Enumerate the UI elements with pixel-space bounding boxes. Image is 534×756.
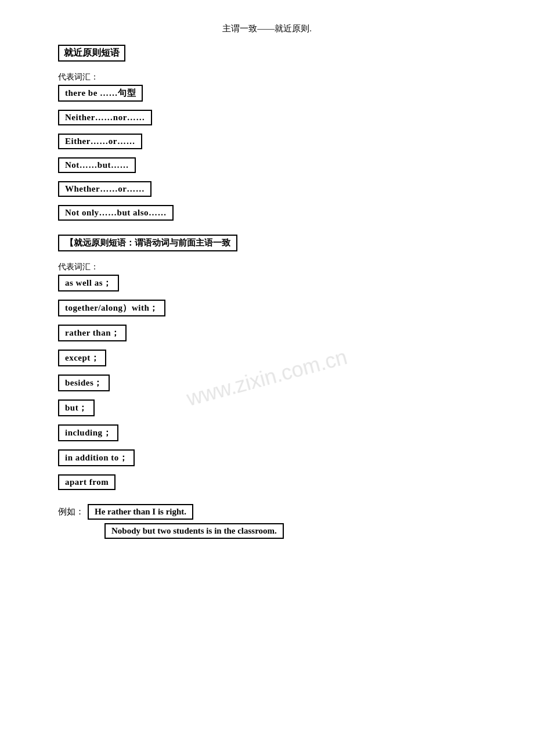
term-besides: besides； — [58, 375, 110, 391]
term-except: except； — [58, 350, 106, 366]
example-line-2: Nobody but two students is in the classr… — [58, 523, 476, 539]
example-line-1: 例如： He rather than I is right. — [58, 504, 476, 520]
example-label: 例如： — [58, 506, 84, 517]
term-rather-than: rather than； — [58, 325, 127, 341]
example-sentence-2: Nobody but two students is in the classr… — [104, 523, 284, 539]
section1-sublabel: 代表词汇： — [58, 72, 476, 82]
page-title: 主谓一致——就近原则. — [58, 23, 476, 34]
section2-sublabel: 代表词汇： — [58, 262, 476, 272]
term-apart-from: apart from — [58, 474, 116, 490]
term-including: including； — [58, 424, 118, 441]
section2-header: 【就远原则短语：谓语动词与前面主语一致 — [58, 235, 237, 251]
term-neither-nor: Neither……nor…… — [58, 110, 152, 125]
term-there-be: there be ……句型 — [58, 85, 143, 102]
term-whether-or: Whether……or…… — [58, 181, 151, 197]
example-sentence-1: He rather than I is right. — [88, 504, 193, 520]
term-but: but； — [58, 399, 95, 416]
section1-header: 就近原则短语 — [58, 45, 125, 62]
term-not-only-but-also: Not only……but also…… — [58, 205, 174, 221]
term-not-but: Not……but…… — [58, 157, 136, 173]
term-as-well-as: as well as； — [58, 275, 119, 291]
term-either-or: Either……or…… — [58, 134, 142, 149]
term-in-addition-to: in addition to； — [58, 449, 135, 466]
term-together-with: together/along）with； — [58, 300, 165, 316]
